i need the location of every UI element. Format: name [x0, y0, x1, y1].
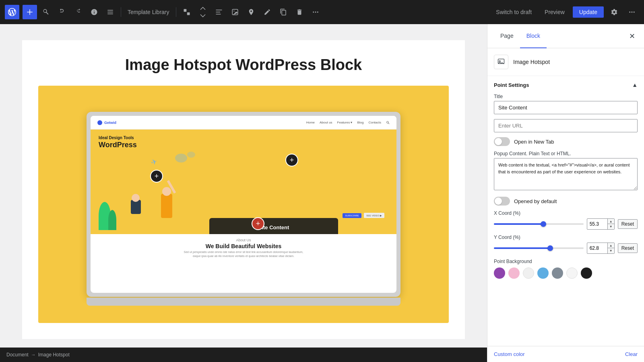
swatch-white[interactable] — [523, 267, 534, 279]
svg-point-9 — [317, 12, 318, 13]
screen-below: About Us We Build Beautiful Websites Sed… — [91, 234, 396, 262]
editor-area: Image Hotspot WordPress Block Getwid — [0, 24, 487, 362]
tools-button[interactable] — [39, 5, 53, 19]
switch-draft-button[interactable]: Switch to draft — [491, 6, 537, 18]
x-coord-slider[interactable] — [494, 223, 584, 225]
swatch-gray[interactable] — [552, 267, 563, 279]
hotspot-button-3[interactable]: + — [252, 217, 264, 230]
preview-button[interactable]: Preview — [540, 6, 570, 18]
hotspot-button-1[interactable]: + — [150, 170, 163, 183]
toggle-knob — [495, 138, 502, 145]
custom-color-button[interactable]: Custom color — [494, 351, 525, 357]
y-coord-input-wrap: ▲ ▼ — [587, 243, 615, 254]
popup-content-field-group: Popup Content. Plain Text or HTML. Web c… — [494, 151, 638, 192]
copy-button[interactable] — [276, 5, 291, 19]
screen-logo: Getwid — [97, 120, 116, 125]
tab-block[interactable]: Block — [520, 24, 547, 48]
swatch-light-gray[interactable] — [566, 267, 578, 279]
point-bg-label: Point Background — [494, 259, 638, 264]
svg-rect-2 — [216, 10, 222, 10]
y-coord-controls: ▲ ▼ Reset — [494, 243, 638, 254]
redo-button[interactable] — [71, 5, 85, 19]
list-view-button[interactable] — [103, 5, 118, 19]
undo-button[interactable] — [55, 5, 69, 19]
url-field-group — [494, 119, 638, 132]
opened-by-default-toggle[interactable] — [494, 197, 510, 206]
delete-button[interactable] — [292, 5, 307, 19]
clear-button[interactable]: Clear — [625, 351, 638, 357]
swatch-purple[interactable] — [494, 267, 505, 279]
divider-1 — [121, 7, 121, 17]
popup-title: Site Content — [217, 224, 330, 230]
open-new-tab-label: Open in New Tab — [514, 139, 554, 145]
svg-point-7 — [313, 12, 314, 13]
svg-point-8 — [315, 12, 316, 13]
x-coord-reset-button[interactable]: Reset — [618, 219, 638, 229]
more-options-button[interactable] — [308, 5, 323, 19]
popup-content-textarea[interactable]: Web content is the textual, <a href="#">… — [494, 158, 638, 190]
y-coord-down-button[interactable]: ▼ — [608, 248, 614, 253]
y-coord-input[interactable] — [587, 244, 607, 253]
title-field-group: Title — [494, 94, 638, 114]
sidebar-close-button[interactable]: ✕ — [626, 31, 638, 42]
popup-text: Web content is the textual, visual, or a… — [217, 234, 330, 234]
sidebar-tabs: Page Block — [494, 24, 547, 48]
section-header[interactable]: Point Settings ▲ — [487, 76, 644, 94]
transform-button[interactable] — [180, 5, 194, 19]
popup-content-label: Popup Content. Plain Text or HTML. — [494, 151, 638, 156]
hotspot-image-block[interactable]: Getwid HomeAbout usFeatures ▾BlogContact… — [38, 86, 449, 323]
breadcrumb-separator: → — [31, 352, 36, 358]
editor-content: Image Hotspot WordPress Block Getwid — [22, 40, 465, 339]
url-input[interactable] — [494, 119, 638, 132]
add-block-button[interactable] — [23, 5, 37, 19]
change-alignment-button[interactable] — [212, 5, 226, 19]
screen-nav-items: HomeAbout usFeatures ▾BlogContacts — [306, 121, 390, 125]
tab-page[interactable]: Page — [494, 24, 520, 48]
opened-by-default-row: Opened by default — [494, 197, 638, 206]
x-coord-up-button[interactable]: ▲ — [608, 219, 614, 224]
title-input[interactable] — [494, 101, 638, 114]
open-new-tab-toggle[interactable] — [494, 137, 510, 146]
move-up-button[interactable] — [196, 5, 210, 12]
svg-point-13 — [97, 120, 102, 125]
x-coord-spinners: ▲ ▼ — [607, 219, 614, 229]
x-coord-input-wrap: ▲ ▼ — [587, 218, 615, 230]
main-layout: Image Hotspot WordPress Block Getwid — [0, 24, 644, 362]
location-button[interactable] — [244, 5, 258, 19]
hotspot-popup: Site Content Web content is the textual,… — [209, 218, 338, 234]
swatch-blue[interactable] — [537, 267, 549, 279]
settings-fields: Title Open in New Tab Popup Content. Pl — [487, 94, 644, 285]
color-swatches — [494, 267, 638, 279]
image-button[interactable] — [228, 5, 242, 19]
toolbar: Template Library Switch to draft Preview… — [0, 0, 644, 24]
swatch-dark[interactable] — [581, 267, 592, 279]
svg-point-6 — [233, 10, 234, 11]
swatch-pink[interactable] — [508, 267, 520, 279]
toolbar-more-button[interactable] — [625, 5, 639, 19]
settings-gear-button[interactable] — [607, 5, 621, 19]
point-background-group: Point Background — [494, 259, 638, 279]
x-coord-down-button[interactable]: ▼ — [608, 224, 614, 229]
y-coord-row: Y Coord (%) ▲ ▼ Re — [494, 234, 638, 254]
breadcrumb-bar: Document → Image Hotspot — [0, 348, 487, 362]
opened-by-default-label: Opened by default — [514, 198, 557, 204]
update-button[interactable]: Update — [573, 6, 604, 18]
y-coord-slider[interactable] — [494, 247, 584, 249]
svg-rect-3 — [216, 12, 220, 12]
info-button[interactable] — [87, 5, 101, 19]
x-coord-controls: ▲ ▼ Reset — [494, 218, 638, 230]
move-down-button[interactable] — [196, 12, 210, 19]
y-coord-reset-button[interactable]: Reset — [618, 243, 638, 253]
hotspot-button-2[interactable]: + — [285, 154, 298, 167]
template-library-title: Template Library — [128, 9, 169, 15]
breadcrumb-current: Image Hotspot — [38, 352, 70, 358]
svg-rect-1 — [187, 12, 190, 15]
wp-logo[interactable] — [5, 5, 19, 19]
y-coord-up-button[interactable]: ▲ — [608, 243, 614, 248]
laptop-base — [87, 298, 400, 306]
pen-button[interactable] — [260, 5, 275, 19]
title-label: Title — [494, 94, 638, 99]
toggle-knob-2 — [495, 197, 502, 205]
x-coord-label: X Coord (%) — [494, 210, 638, 216]
x-coord-input[interactable] — [587, 220, 607, 228]
